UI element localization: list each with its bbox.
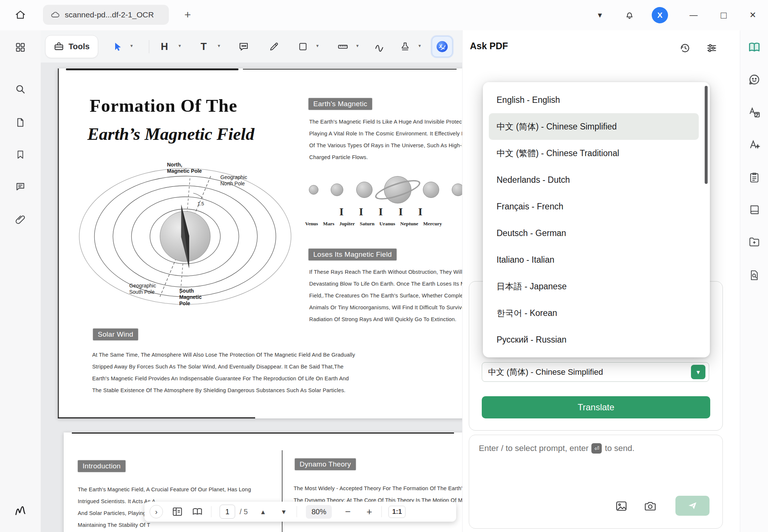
attach-image-button[interactable] (614, 499, 628, 513)
translate-button[interactable]: Translate (482, 396, 710, 418)
ocr-text-line: Playing A Vital Role In The Cosmic Envir… (309, 128, 462, 139)
language-option[interactable]: 中文 (繁體) - Chinese Traditional (489, 140, 699, 166)
zoom-out-button[interactable]: − (342, 506, 353, 518)
select-tool-chevron[interactable]: ▾ (130, 43, 133, 48)
language-option[interactable]: Русский - Russian (489, 326, 699, 353)
thumbnail-view-button[interactable] (172, 506, 183, 517)
ocr-section-badge[interactable]: Introduction (78, 460, 126, 472)
search-panel-button[interactable] (13, 82, 28, 97)
language-option[interactable]: 한국어 - Korean (489, 300, 699, 326)
new-tab-button[interactable]: + (184, 8, 191, 21)
read-mode-tool-button[interactable] (747, 203, 761, 217)
language-option[interactable]: Italiano - Italian (489, 246, 699, 273)
explain-tool-button[interactable] (747, 138, 761, 152)
language-select-chevron-button[interactable]: ▾ (691, 365, 705, 379)
document-tab[interactable]: scanned-pd...df-2-1_OCR (43, 5, 169, 25)
planet-tick: I (416, 205, 425, 218)
actual-size-button[interactable]: 1:1 (388, 506, 405, 518)
signature-tool-button[interactable] (372, 38, 388, 55)
ocr-section-badge[interactable]: Loses Its Magnetic Field (308, 249, 397, 260)
app-logo-button[interactable] (13, 504, 28, 518)
document-area: Tools ▾ H ▾ T ▾ ▾ (41, 30, 462, 532)
screenshot-button[interactable] (643, 499, 657, 513)
ocr-text-line: The Earth's Magnetic Field Is Like A Hug… (309, 116, 462, 128)
page-number-input[interactable]: 1 (220, 505, 235, 519)
zoom-in-button[interactable]: + (364, 506, 375, 518)
pdf-page-1[interactable]: Formation Of The Earth’s Magnetic Field (58, 68, 462, 418)
next-page-button[interactable]: ▾ (278, 507, 289, 516)
language-dropdown: English - English 中文 (简体) - Chinese Simp… (483, 82, 710, 357)
home-button[interactable] (10, 5, 30, 25)
folder-plus-icon (748, 236, 760, 248)
maximize-button[interactable]: □ (716, 8, 731, 22)
user-avatar[interactable]: X (652, 7, 668, 23)
target-language-select[interactable]: 中文 (简体) - Chinese Simplified (482, 362, 709, 382)
language-option[interactable]: Nederlands - Dutch (489, 166, 699, 193)
text-tool-chevron[interactable]: ▾ (218, 43, 220, 48)
translate-icon (748, 106, 761, 119)
comment-tool-button[interactable] (236, 38, 252, 55)
toolbox-icon (54, 41, 64, 52)
minimize-button[interactable]: — (686, 8, 701, 22)
ai-chat-tool-button[interactable] (747, 73, 761, 87)
tools-menu-button[interactable]: Tools (45, 35, 98, 58)
translate-tool-button[interactable] (747, 105, 761, 119)
send-button[interactable] (675, 496, 709, 516)
ocr-section-badge[interactable]: Solar Wind (93, 329, 138, 340)
pages-panel-button[interactable] (13, 115, 28, 130)
form-tool-button[interactable] (747, 171, 761, 185)
annotations-panel-button[interactable] (13, 179, 28, 194)
highlight-tool-button[interactable]: H (156, 38, 173, 55)
ai-assistant-button[interactable] (432, 36, 453, 57)
cloud-icon (50, 10, 60, 20)
language-option[interactable]: English - English (489, 87, 699, 113)
language-option-selected[interactable]: 中文 (简体) - Chinese Simplified (489, 113, 699, 140)
highlight-tool-chevron[interactable]: ▾ (178, 43, 181, 48)
language-option[interactable]: Deutsch - German (489, 220, 699, 246)
ocr-section-badge[interactable]: Dynamo Theory (295, 458, 356, 470)
text-tool-button[interactable]: T (196, 38, 212, 55)
pdf-viewport[interactable]: Formation Of The Earth’s Magnetic Field (41, 63, 462, 532)
select-tool-button[interactable] (110, 38, 126, 55)
panel-title: Ask PDF (470, 41, 508, 51)
ocr-text-line: The Earth's Magnetic Field, A Crucial Fe… (78, 484, 251, 495)
close-button[interactable]: ✕ (745, 8, 760, 22)
settings-sliders-button[interactable] (705, 41, 718, 55)
reader-view-icon (192, 506, 203, 518)
previous-page-button[interactable]: ▴ (257, 507, 268, 516)
reader-view-button[interactable] (192, 506, 203, 518)
zoom-level-button[interactable]: 80% (306, 505, 332, 519)
page-total-label: / 5 (240, 508, 248, 516)
ocr-text-line: If These Rays Reach The Earth Without Ob… (309, 266, 462, 278)
stamp-icon (400, 41, 410, 52)
measure-tool-button[interactable] (335, 38, 351, 55)
attachments-panel-button[interactable] (13, 212, 28, 227)
notifications-button[interactable] (622, 8, 637, 22)
pen-tool-button[interactable] (266, 38, 282, 55)
collapse-toolbar-button[interactable]: ▾ (592, 8, 607, 22)
dropdown-scrollbar[interactable] (705, 86, 708, 184)
toolbar-divider (149, 40, 149, 53)
add-file-tool-button[interactable] (747, 235, 761, 249)
stamp-tool-chevron[interactable]: ▾ (418, 43, 421, 48)
ruler-icon (337, 41, 348, 52)
stamp-tool-button[interactable] (397, 38, 413, 55)
app-window: scanned-pd...df-2-1_OCR + ▾ X — □ ✕ (0, 0, 768, 532)
language-option[interactable]: 日本語 - Japanese (489, 273, 699, 300)
ask-pdf-tool-button[interactable] (747, 40, 761, 54)
shape-tool-chevron[interactable]: ▾ (316, 43, 319, 48)
diagram-label-north: North,Magnetic Pole (167, 162, 202, 174)
expand-nav-button[interactable]: › (150, 505, 163, 518)
scan-artifact (66, 68, 238, 70)
search-doc-tool-button[interactable] (747, 268, 761, 282)
language-option[interactable]: Français - French (489, 193, 699, 220)
measure-tool-chevron[interactable]: ▾ (356, 43, 359, 48)
send-plane-icon (687, 501, 698, 511)
history-button[interactable] (678, 41, 692, 55)
shape-tool-button[interactable] (295, 38, 311, 55)
chat-input-card[interactable]: Enter / to select prompt, enter ⏎ to sen… (469, 435, 723, 529)
ocr-section-badge[interactable]: Earth's Magnetic (308, 98, 372, 110)
camera-icon (644, 500, 657, 512)
bookmarks-panel-button[interactable] (13, 147, 28, 162)
thumbnails-panel-button[interactable] (13, 40, 28, 55)
